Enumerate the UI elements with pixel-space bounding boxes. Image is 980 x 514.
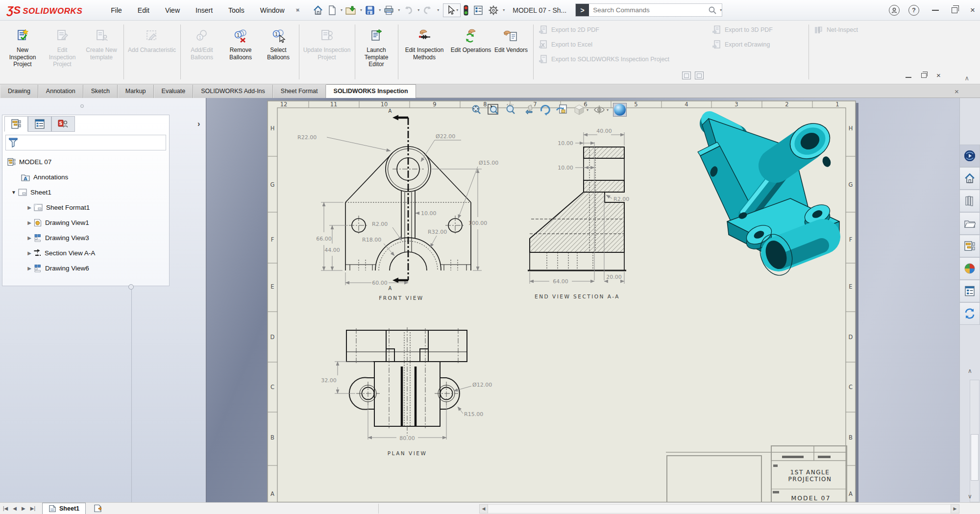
panel-splitter-grip[interactable] bbox=[80, 104, 84, 108]
save-dropdown-icon[interactable]: ▾ bbox=[379, 8, 381, 12]
view-palette-button[interactable] bbox=[960, 235, 980, 257]
tab-solidworks-inspection[interactable]: SOLIDWORKS Inspection bbox=[326, 84, 416, 98]
dim-w80[interactable]: 80.00 bbox=[399, 435, 415, 441]
dim-h66[interactable]: 66.00 bbox=[316, 236, 332, 242]
dim-r2-end[interactable]: R2.00 bbox=[613, 196, 629, 202]
dim-dia15[interactable]: Ø15.00 bbox=[479, 160, 498, 166]
export-to-excel-button[interactable]: Export to Excel bbox=[538, 38, 592, 51]
options-dropdown-icon[interactable]: ▾ bbox=[503, 8, 505, 12]
next-sheet-button[interactable]: ▶ bbox=[22, 506, 25, 511]
tab-property-manager[interactable] bbox=[28, 116, 51, 132]
tree-item-sheet1[interactable]: ▼ Sheet1 bbox=[2, 185, 169, 200]
collapsed-caret-icon[interactable]: ▶ bbox=[26, 235, 33, 241]
collapsed-caret-icon[interactable]: ▶ bbox=[26, 220, 33, 225]
edit-inspection-methods-button[interactable]: Edit Inspection Methods bbox=[401, 23, 448, 82]
tab-annotation[interactable]: Annotation bbox=[38, 85, 83, 98]
undo-dropdown-icon[interactable]: ▾ bbox=[417, 8, 419, 12]
next-document-icon[interactable] bbox=[695, 72, 704, 79]
export-to-2d-pdf-button[interactable]: Export to 2D PDF bbox=[538, 24, 599, 36]
new-document-dropdown-icon[interactable]: ▾ bbox=[341, 8, 343, 12]
appearances-scenes-button[interactable] bbox=[960, 257, 980, 280]
add-characteristic-button[interactable]: Add Characteristic bbox=[126, 23, 177, 82]
tree-item-drawing-view3[interactable]: ▶ Drawing View3 bbox=[2, 230, 169, 245]
select-balloons-button[interactable]: 1 Select Balloons bbox=[261, 23, 296, 82]
tab-sheet-format[interactable]: Sheet Format bbox=[273, 85, 326, 98]
tab-solidworks-add-ins[interactable]: SOLIDWORKS Add-Ins bbox=[193, 85, 273, 98]
tab-feature-manager[interactable] bbox=[4, 116, 28, 132]
edit-vendors-button[interactable]: Edit Vendors bbox=[494, 23, 528, 82]
scroll-down-icon[interactable]: ∨ bbox=[960, 493, 980, 500]
home-button[interactable] bbox=[311, 4, 325, 17]
graphics-area[interactable]: 12 11 10 9 8 7 6 5 4 3 2 1 H G F E D C B bbox=[206, 98, 959, 502]
first-sheet-button[interactable]: |◀ bbox=[3, 506, 8, 511]
print-button[interactable] bbox=[382, 4, 396, 17]
menu-view[interactable]: View bbox=[157, 3, 188, 17]
dim-w20[interactable]: 20.00 bbox=[606, 274, 622, 280]
document-close-button[interactable]: × bbox=[936, 72, 941, 79]
tree-item-drawing-view1[interactable]: ▶ Drawing View1 bbox=[2, 215, 169, 230]
tree-item-annotations[interactable]: A Annotations bbox=[2, 170, 169, 185]
redo-button[interactable] bbox=[420, 4, 435, 17]
dim-r2[interactable]: R2.00 bbox=[372, 221, 388, 227]
home-taskpane-button[interactable] bbox=[960, 167, 980, 190]
open-button[interactable] bbox=[343, 4, 358, 17]
menu-edit[interactable]: Edit bbox=[130, 3, 157, 17]
help-icon[interactable]: ? bbox=[908, 5, 919, 16]
tab-drawing[interactable]: Drawing bbox=[0, 85, 38, 98]
user-account-icon[interactable] bbox=[889, 5, 900, 16]
interference-light-button[interactable] bbox=[462, 3, 470, 17]
dim-h100[interactable]: 100.00 bbox=[468, 220, 488, 226]
new-document-button[interactable] bbox=[326, 4, 339, 17]
save-button[interactable] bbox=[363, 4, 377, 17]
tree-item-drawing-view6[interactable]: ▶ Drawing View6 bbox=[2, 261, 169, 276]
open-dropdown-icon[interactable]: ▾ bbox=[360, 8, 362, 12]
collapsed-caret-icon[interactable]: ▶ bbox=[26, 205, 33, 210]
export-edrawing-button[interactable]: Export eDrawing bbox=[711, 38, 770, 51]
search-dropdown-icon[interactable]: ▾ bbox=[720, 8, 722, 12]
net-inspect-button[interactable]: Net-Inspect bbox=[813, 24, 858, 36]
search-commands-box[interactable]: > ▾ bbox=[575, 3, 722, 17]
vertical-scrollbar[interactable] bbox=[970, 380, 980, 502]
add-sheet-button[interactable] bbox=[90, 503, 106, 514]
remove-balloons-button[interactable]: 1 Remove Balloons bbox=[221, 23, 260, 82]
rotate-view-button[interactable] bbox=[539, 103, 551, 116]
dim-dia12[interactable]: Ø12.00 bbox=[472, 382, 492, 388]
tree-item-section-view-a-a[interactable]: ▶ Section View A-A bbox=[2, 245, 169, 261]
dim-w64[interactable]: 64.00 bbox=[553, 278, 568, 285]
3d-drawing-view-button[interactable] bbox=[556, 103, 568, 116]
launch-template-editor-button[interactable]: Launch Template Editor bbox=[358, 23, 395, 82]
dim-dia22[interactable]: Ø22.00 bbox=[436, 133, 455, 140]
tab-sketch[interactable]: Sketch bbox=[83, 85, 118, 98]
panel-splitter-handle[interactable] bbox=[128, 284, 134, 290]
print-dropdown-icon[interactable]: ▾ bbox=[398, 8, 400, 12]
file-explorer-button[interactable] bbox=[960, 212, 980, 235]
document-restore-button[interactable] bbox=[921, 73, 927, 78]
menu-insert[interactable]: Insert bbox=[188, 3, 220, 17]
dim-t10-mid[interactable]: 10.00 bbox=[558, 165, 573, 171]
tree-filter-box[interactable] bbox=[5, 135, 166, 150]
redo-dropdown-icon[interactable]: ▾ bbox=[437, 8, 439, 12]
select-dropdown-icon[interactable]: ▾ bbox=[456, 8, 458, 12]
dim-t10-top[interactable]: 10.00 bbox=[558, 140, 573, 147]
window-minimize-button[interactable] bbox=[932, 10, 939, 11]
taskpane-close-icon[interactable]: × bbox=[955, 87, 959, 96]
dim-h32[interactable]: 32.00 bbox=[321, 377, 337, 384]
custom-properties-button[interactable] bbox=[960, 280, 980, 302]
update-inspection-project-button[interactable]: Update Inspection Project bbox=[302, 23, 352, 82]
dim-w10[interactable]: 10.00 bbox=[421, 210, 437, 217]
zoom-to-fit-button[interactable] bbox=[470, 103, 483, 116]
previous-sheet-button[interactable]: ◀ bbox=[13, 506, 17, 511]
collapsed-caret-icon[interactable]: ▶ bbox=[26, 266, 33, 271]
menu-tools[interactable]: Tools bbox=[220, 3, 252, 17]
magnifier-icon[interactable] bbox=[708, 6, 717, 15]
dim-w60[interactable]: 60.00 bbox=[372, 280, 388, 286]
dim-r18[interactable]: R18.00 bbox=[362, 237, 381, 243]
display-style-dropdown-icon[interactable]: ▾ bbox=[587, 108, 588, 112]
apply-scene-button[interactable] bbox=[613, 103, 627, 117]
panel-splitter[interactable] bbox=[131, 287, 132, 502]
search-input[interactable] bbox=[589, 6, 708, 14]
tab-evaluate[interactable]: Evaluate bbox=[154, 85, 194, 98]
tab-markup[interactable]: Markup bbox=[118, 85, 154, 98]
scroll-right-button[interactable]: ▶ bbox=[951, 504, 959, 514]
window-restore-button[interactable] bbox=[952, 7, 957, 13]
